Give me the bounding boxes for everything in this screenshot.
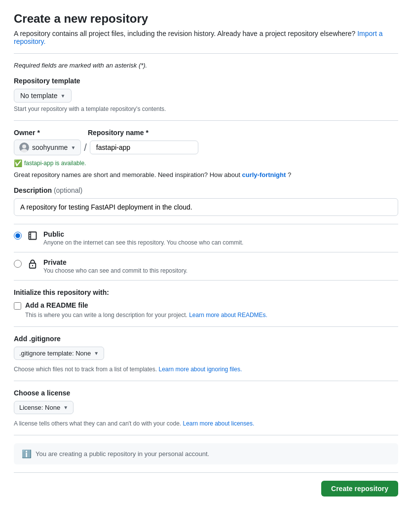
readme-row: Add a README file: [14, 301, 398, 310]
owner-repo-section: Owner * Repository name * soohyunme ▼ /: [14, 129, 398, 178]
readme-description: This is where you can write a long descr…: [25, 312, 398, 319]
info-banner-text: You are creating a public repository in …: [36, 450, 209, 458]
page-title: Create a new repository: [14, 12, 398, 26]
svg-point-8: [32, 265, 34, 267]
owner-dropdown[interactable]: soohyunme ▼: [14, 140, 81, 155]
availability-message: ✅ fastapi-app is available.: [14, 159, 398, 167]
svg-rect-3: [29, 232, 37, 240]
field-labels-row: Owner * Repository name *: [14, 129, 398, 137]
owner-username: soohyunme: [32, 143, 68, 151]
template-section: Repository template No template ▼ Start …: [14, 77, 398, 112]
license-dropdown[interactable]: License: None ▼: [14, 401, 74, 414]
slash-separator: /: [84, 142, 87, 153]
license-divider: [14, 381, 398, 381]
license-learn-more-link[interactable]: Learn more about licenses.: [183, 420, 255, 427]
page-subtitle: A repository contains all project files,…: [14, 30, 398, 45]
gitignore-learn-more-link[interactable]: Learn more about ignoring files.: [158, 366, 242, 373]
description-input[interactable]: [14, 198, 398, 216]
public-option: Public Anyone on the internet can see th…: [14, 224, 398, 252]
info-icon: ℹ️: [22, 449, 32, 459]
template-hint: Start your repository with a template re…: [14, 106, 398, 112]
chevron-down-icon: ▼: [60, 93, 65, 99]
check-circle-icon: ✅: [14, 159, 22, 167]
private-option: Private You choose who can see and commi…: [14, 252, 398, 281]
license-dropdown-value: License: None: [19, 404, 60, 411]
public-radio[interactable]: [14, 232, 22, 240]
readme-checkbox[interactable]: [14, 302, 21, 310]
description-label: Description (optional): [14, 186, 398, 194]
gitignore-hint: Choose which files not to track from a l…: [14, 366, 398, 373]
gitignore-section: Add .gitignore .gitignore template: None…: [14, 335, 398, 373]
gitignore-divider: [14, 326, 398, 327]
public-description: Anyone on the internet can see this repo…: [43, 239, 243, 246]
private-radio[interactable]: [14, 260, 22, 268]
owner-field-label: Owner *: [14, 129, 40, 137]
bottom-divider: [14, 435, 398, 435]
template-label: Repository template: [14, 77, 398, 85]
template-dropdown-value: No template: [20, 92, 57, 100]
suggestion-link[interactable]: curly-fortnight: [242, 171, 286, 178]
lock-icon: [28, 259, 37, 269]
template-dropdown[interactable]: No template ▼: [14, 89, 72, 103]
readme-label: Add a README file: [25, 301, 88, 309]
license-hint: A license tells others what they can and…: [14, 420, 398, 427]
gitignore-dropdown[interactable]: .gitignore template: None ▼: [14, 347, 104, 360]
footer: Create repository: [14, 481, 398, 497]
footer-divider: [14, 472, 398, 473]
description-section: Description (optional): [14, 186, 398, 216]
license-label: Choose a license: [14, 389, 398, 397]
gitignore-dropdown-value: .gitignore template: None: [19, 350, 91, 357]
gitignore-chevron-icon: ▼: [94, 351, 99, 356]
visibility-section: Public Anyone on the internet can see th…: [14, 224, 398, 281]
info-banner: ℹ️ You are creating a public repository …: [14, 443, 398, 464]
top-divider: [14, 53, 398, 54]
repo-name-field-label: Repository name *: [88, 129, 149, 137]
initialize-title: Initialize this repository with:: [14, 288, 398, 296]
license-chevron-icon: ▼: [63, 405, 68, 410]
public-label: Public: [43, 230, 243, 238]
repo-name-input[interactable]: [90, 141, 198, 154]
initialize-section: Initialize this repository with: Add a R…: [14, 288, 398, 319]
optional-tag: (optional): [54, 186, 82, 194]
private-description: You choose who can see and commit to thi…: [43, 267, 187, 274]
svg-point-1: [22, 144, 26, 148]
gitignore-label: Add .gitignore: [14, 335, 398, 343]
owner-repo-inputs-row: soohyunme ▼ /: [14, 140, 398, 155]
readme-learn-more-link[interactable]: Learn more about READMEs.: [189, 312, 267, 319]
avatar: [19, 142, 29, 152]
required-note: Required fields are marked with an aster…: [14, 62, 398, 69]
create-repository-button[interactable]: Create repository: [321, 481, 398, 497]
owner-chevron-icon: ▼: [71, 145, 75, 150]
book-icon: [28, 231, 37, 241]
private-label: Private: [43, 258, 187, 266]
inspiration-text: Great repository names are short and mem…: [14, 171, 398, 178]
template-divider: [14, 120, 398, 121]
license-section: Choose a license License: None ▼ A licen…: [14, 389, 398, 427]
